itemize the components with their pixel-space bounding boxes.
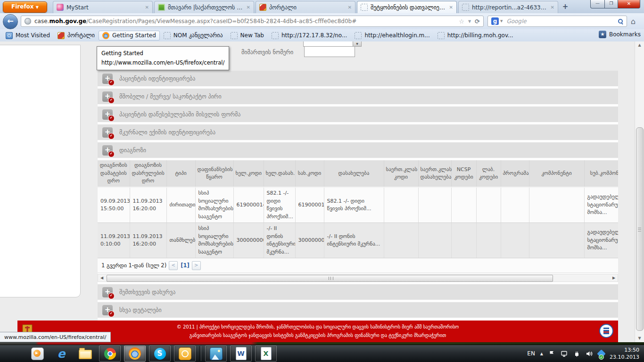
browser-tab[interactable]: მთავარი |საქართველოს შრო...✕: [154, 1, 254, 13]
reload-icon[interactable]: ⟳: [475, 18, 480, 25]
firefox-menu-button[interactable]: Firefox ▼: [3, 1, 47, 13]
scroll-up-arrow[interactable]: ▲: [635, 41, 644, 49]
minimize-button[interactable]: —: [590, 0, 605, 8]
footer-text-line1: © 2011 | პროექტი ხორციელდება შრომის, ჯან…: [17, 323, 618, 331]
table-cell: S82.1 -/- დიდი წვივის პროქსიმ...: [264, 187, 295, 223]
expand-plus-icon[interactable]: +✔: [102, 74, 113, 84]
bookmarks-star-icon: ★: [599, 31, 606, 38]
restore-button[interactable]: ❐: [605, 0, 618, 8]
pagination-current-page[interactable]: [1]: [181, 262, 190, 269]
expand-plus-icon[interactable]: +✔: [102, 91, 113, 102]
vertical-scrollbar-thumb[interactable]: [636, 127, 644, 331]
network-icon[interactable]: [561, 350, 568, 357]
tray-expand-icon[interactable]: ▲: [540, 352, 543, 356]
url-dropdown-icon[interactable]: ▼: [468, 19, 471, 24]
chevron-down-icon: ▼: [36, 5, 39, 9]
firefox-taskbar-button[interactable]: [124, 346, 146, 362]
bookmark-item[interactable]: http://ehealthlogin.m...: [351, 31, 433, 41]
referral-number-input[interactable]: [304, 46, 355, 57]
vertical-scrollbar[interactable]: ▲ ▼: [635, 41, 644, 342]
system-tray: EN ▲ 13:50 23.10.2013: [527, 346, 644, 361]
accordion-section[interactable]: +✔პაციენტის დაწესებულებაში მისვლის ფორმა: [98, 107, 618, 122]
bookmark-item[interactable]: http://172.17.8.32/no...: [268, 31, 351, 41]
search-engine-dropdown-icon[interactable]: ▼: [500, 19, 503, 23]
main-column: +✔პაციენტის იდენტიფიცირება+✔მშობელი / მე…: [98, 71, 618, 320]
column-header: ხელ.კოდი: [233, 160, 264, 187]
google-icon[interactable]: g: [491, 17, 499, 25]
url-bar[interactable]: case.moh.gov.ge/CaseRegistration/Pages/V…: [21, 16, 484, 27]
scroll-down-arrow[interactable]: ▼: [635, 335, 644, 342]
back-button[interactable]: ←: [3, 14, 18, 29]
accordion-section[interactable]: +✔სხვა დეტალები: [98, 302, 618, 318]
accordion-section[interactable]: +✔დიაგნოზი: [98, 142, 618, 158]
explorer-taskbar-button[interactable]: [75, 346, 96, 361]
expand-plus-icon[interactable]: +✔: [102, 287, 113, 297]
word-taskbar-button[interactable]: W: [230, 346, 252, 362]
close-button[interactable]: ✕: [618, 0, 640, 8]
clock[interactable]: 13:50 23.10.2013: [610, 346, 639, 361]
photo-viewer-taskbar-button[interactable]: [205, 346, 227, 362]
expand-plus-icon[interactable]: +✔: [102, 127, 113, 138]
tab-close-icon[interactable]: ✕: [145, 5, 149, 10]
scroll-left-arrow[interactable]: ◀: [98, 274, 106, 281]
accordion-section[interactable]: +✔პაციენტის იდენტიფიცირება: [98, 71, 618, 86]
search-icon[interactable]: [618, 19, 623, 24]
tab-close-icon[interactable]: ✕: [247, 5, 250, 10]
horizontal-scrollbar-thumb[interactable]: [107, 275, 553, 282]
power-plug-icon[interactable]: [573, 350, 580, 357]
bookmarks-menu-button[interactable]: ★ Bookmarks: [599, 31, 641, 38]
outlook-taskbar-button[interactable]: [174, 346, 196, 362]
accordion-section-label: პაციენტის იდენტიფიცირება: [119, 75, 195, 82]
chrome-taskbar-button[interactable]: [99, 346, 121, 362]
tab-close-icon[interactable]: ✕: [348, 5, 352, 10]
accordion-section[interactable]: +✔მკურნალი ექიმის იდენტიფიცირება: [98, 124, 618, 140]
bookmark-item[interactable]: NOM კანცელარია: [160, 31, 227, 41]
expand-plus-icon[interactable]: +✔: [102, 145, 113, 156]
bookmark-item[interactable]: Most Visited: [2, 31, 54, 41]
bookmark-item[interactable]: http://billing.moh.gov...: [434, 31, 517, 41]
horizontal-scrollbar[interactable]: ◀ ▶: [98, 274, 618, 282]
dropbox-icon[interactable]: [597, 349, 605, 358]
pagination-next-button[interactable]: >: [192, 261, 201, 270]
action-center-flag-icon[interactable]: [548, 350, 555, 357]
pagination-prev-button[interactable]: <: [169, 261, 178, 270]
new-tab-button[interactable]: +: [560, 2, 571, 12]
default-page-icon: [355, 32, 362, 39]
table-row[interactable]: 09.09.2013 15:50:0011.09.2013 16:20:00ძი…: [98, 187, 618, 223]
home-button[interactable]: ⌂: [631, 17, 636, 26]
accordion-section[interactable]: +✔მშობელი / მეურვე/ საკონტაქტო პირი: [98, 89, 618, 104]
skype-taskbar-button[interactable]: S: [149, 346, 171, 362]
expand-plus-icon[interactable]: +✔: [102, 109, 113, 120]
tab-close-icon[interactable]: ✕: [551, 5, 554, 10]
browser-tab[interactable]: MyStart✕: [53, 1, 153, 13]
table-cell: თანმხლები: [166, 223, 195, 258]
bookmark-item[interactable]: პორტალი: [54, 31, 99, 41]
bookmark-label: NOM კანცელარია: [173, 32, 223, 39]
bookmark-item[interactable]: Getting Started: [99, 31, 160, 41]
language-indicator[interactable]: EN: [527, 350, 535, 357]
default-page-icon: [462, 4, 469, 11]
tab-close-icon[interactable]: ✕: [449, 5, 453, 10]
browser-tab[interactable]: შეტყობინების დათვალიერება✕: [357, 1, 457, 13]
start-button-taskbar-button[interactable]: [3, 346, 24, 361]
volume-icon[interactable]: [586, 350, 593, 357]
table-row[interactable]: 11.09.2013 0:10:0011.09.2013 16:20:00თან…: [98, 223, 618, 258]
tab-title: შეტყობინების დათვალიერება: [371, 4, 446, 11]
table-cell: გადაუდებელი სტაციონარული მომსა...: [584, 223, 618, 258]
ie-taskbar-button[interactable]: e: [51, 346, 72, 361]
accordion-section[interactable]: +✔შემთხვევის დახურვა: [98, 284, 618, 300]
table-cell: -/- II დონის ინტენსიური მკურნა...: [264, 223, 295, 258]
search-bar[interactable]: g ▼ Google: [487, 16, 627, 27]
bookmark-item[interactable]: New Tab: [227, 31, 268, 41]
most-visited-icon: [6, 32, 13, 39]
excel-taskbar-button[interactable]: X: [255, 346, 277, 362]
browser-tab[interactable]: პორტალი✕: [256, 1, 355, 13]
wmp-taskbar-button[interactable]: [27, 346, 48, 361]
bookmark-star-icon[interactable]: ☆: [459, 18, 464, 25]
word-icon: W: [236, 347, 247, 360]
expand-plus-icon[interactable]: +✔: [102, 305, 113, 315]
tab-title: http://reportin...a2-4633eb3d0c84: [472, 4, 548, 11]
column-header: ხელ.დასახ.: [264, 160, 295, 187]
browser-tab[interactable]: http://reportin...a2-4633eb3d0c84✕: [458, 1, 558, 13]
scroll-right-arrow[interactable]: ▶: [610, 274, 618, 281]
